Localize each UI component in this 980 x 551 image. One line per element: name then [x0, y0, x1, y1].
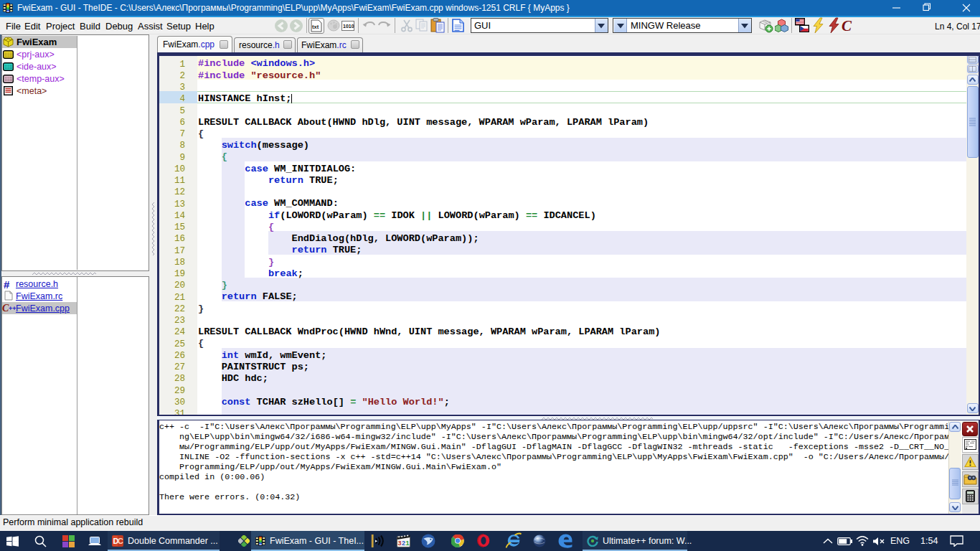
- svg-text:C: C: [118, 537, 123, 545]
- svg-text:3: 3: [398, 540, 402, 547]
- svg-text:txt: txt: [312, 24, 319, 30]
- svg-text:1: 1: [406, 540, 410, 547]
- svg-text:2: 2: [402, 540, 405, 547]
- svg-text:1010: 1010: [343, 24, 354, 29]
